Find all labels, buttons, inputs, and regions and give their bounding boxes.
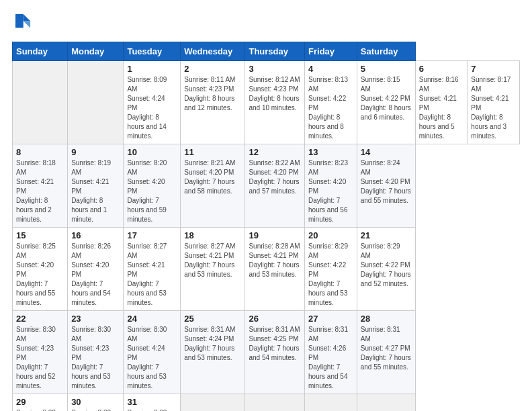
day-number: 15 bbox=[16, 230, 64, 240]
calendar-cell: 25 Sunrise: 8:31 AMSunset: 4:24 PMDaylig… bbox=[181, 311, 245, 394]
day-number: 25 bbox=[184, 314, 241, 324]
day-info: Sunrise: 8:32 AMSunset: 4:28 PMDaylight:… bbox=[16, 408, 64, 411]
day-info: Sunrise: 8:11 AMSunset: 4:23 PMDaylight:… bbox=[184, 75, 241, 113]
day-info: Sunrise: 8:24 AMSunset: 4:20 PMDaylight:… bbox=[361, 158, 412, 205]
calendar-cell: 3 Sunrise: 8:12 AMSunset: 4:23 PMDayligh… bbox=[245, 61, 305, 144]
weekday-header-monday: Monday bbox=[68, 42, 124, 61]
weekday-header-saturday: Saturday bbox=[357, 42, 415, 61]
day-info: Sunrise: 8:25 AMSunset: 4:20 PMDaylight:… bbox=[16, 242, 64, 308]
calendar-cell: 18 Sunrise: 8:27 AMSunset: 4:21 PMDaylig… bbox=[181, 228, 245, 311]
day-number: 6 bbox=[419, 64, 464, 74]
logo-icon bbox=[13, 12, 32, 31]
calendar-cell: 17 Sunrise: 8:27 AMSunset: 4:21 PMDaylig… bbox=[124, 228, 181, 311]
day-number: 24 bbox=[127, 314, 177, 324]
day-number: 10 bbox=[127, 147, 177, 157]
day-info: Sunrise: 8:28 AMSunset: 4:21 PMDaylight:… bbox=[249, 242, 301, 279]
week-row-4: 29 Sunrise: 8:32 AMSunset: 4:28 PMDaylig… bbox=[13, 394, 520, 412]
day-info: Sunrise: 8:29 AMSunset: 4:22 PMDaylight:… bbox=[308, 242, 353, 308]
day-number: 20 bbox=[308, 230, 353, 240]
day-number: 28 bbox=[361, 314, 412, 324]
calendar-cell bbox=[305, 394, 357, 412]
weekday-header-thursday: Thursday bbox=[245, 42, 305, 61]
week-row-3: 22 Sunrise: 8:30 AMSunset: 4:23 PMDaylig… bbox=[13, 311, 520, 394]
weekday-header-tuesday: Tuesday bbox=[124, 42, 181, 61]
day-info: Sunrise: 8:32 AMSunset: 4:29 PMDaylight:… bbox=[127, 408, 177, 411]
calendar-cell: 8 Sunrise: 8:18 AMSunset: 4:21 PMDayligh… bbox=[13, 144, 68, 228]
calendar-cell bbox=[13, 61, 68, 144]
day-number: 18 bbox=[184, 230, 241, 240]
calendar-cell: 14 Sunrise: 8:24 AMSunset: 4:20 PMDaylig… bbox=[357, 144, 415, 228]
day-info: Sunrise: 8:26 AMSunset: 4:20 PMDaylight:… bbox=[71, 242, 120, 308]
day-number: 21 bbox=[361, 230, 412, 240]
svg-marker-0 bbox=[24, 14, 30, 21]
calendar-cell: 29 Sunrise: 8:32 AMSunset: 4:28 PMDaylig… bbox=[13, 394, 68, 412]
calendar-cell: 27 Sunrise: 8:31 AMSunset: 4:26 PMDaylig… bbox=[305, 311, 357, 394]
weekday-header-row: SundayMondayTuesdayWednesdayThursdayFrid… bbox=[13, 42, 520, 61]
calendar-cell: 22 Sunrise: 8:30 AMSunset: 4:23 PMDaylig… bbox=[13, 311, 68, 394]
day-info: Sunrise: 8:27 AMSunset: 4:21 PMDaylight:… bbox=[127, 242, 177, 308]
weekday-header-sunday: Sunday bbox=[13, 42, 68, 61]
calendar-cell: 5 Sunrise: 8:15 AMSunset: 4:22 PMDayligh… bbox=[357, 61, 415, 144]
calendar-cell: 23 Sunrise: 8:30 AMSunset: 4:23 PMDaylig… bbox=[68, 311, 124, 394]
calendar-cell: 6 Sunrise: 8:16 AMSunset: 4:21 PMDayligh… bbox=[415, 61, 468, 144]
day-number: 26 bbox=[249, 314, 301, 324]
calendar-cell: 19 Sunrise: 8:28 AMSunset: 4:21 PMDaylig… bbox=[245, 228, 305, 311]
day-number: 1 bbox=[127, 64, 177, 74]
day-info: Sunrise: 8:30 AMSunset: 4:24 PMDaylight:… bbox=[127, 325, 177, 391]
day-number: 2 bbox=[184, 64, 241, 74]
header bbox=[12, 12, 520, 34]
day-info: Sunrise: 8:31 AMSunset: 4:24 PMDaylight:… bbox=[184, 325, 241, 363]
calendar-cell: 11 Sunrise: 8:21 AMSunset: 4:20 PMDaylig… bbox=[181, 144, 245, 228]
day-number: 5 bbox=[361, 64, 412, 74]
calendar-cell: 15 Sunrise: 8:25 AMSunset: 4:20 PMDaylig… bbox=[13, 228, 68, 311]
day-number: 9 bbox=[71, 147, 120, 157]
page: SundayMondayTuesdayWednesdayThursdayFrid… bbox=[0, 0, 532, 411]
calendar-cell: 30 Sunrise: 8:32 AMSunset: 4:29 PMDaylig… bbox=[68, 394, 124, 412]
day-info: Sunrise: 8:19 AMSunset: 4:21 PMDaylight:… bbox=[71, 158, 120, 224]
calendar-cell bbox=[245, 394, 305, 412]
week-row-0: 1 Sunrise: 8:09 AMSunset: 4:24 PMDayligh… bbox=[13, 61, 520, 144]
day-number: 22 bbox=[16, 314, 64, 324]
day-info: Sunrise: 8:31 AMSunset: 4:26 PMDaylight:… bbox=[308, 325, 353, 391]
day-info: Sunrise: 8:22 AMSunset: 4:20 PMDaylight:… bbox=[249, 158, 301, 196]
day-info: Sunrise: 8:31 AMSunset: 4:27 PMDaylight:… bbox=[361, 325, 412, 372]
calendar-table: SundayMondayTuesdayWednesdayThursdayFrid… bbox=[12, 42, 520, 411]
calendar-cell: 13 Sunrise: 8:23 AMSunset: 4:20 PMDaylig… bbox=[305, 144, 357, 228]
day-number: 23 bbox=[71, 314, 120, 324]
day-number: 19 bbox=[249, 230, 301, 240]
calendar-cell: 31 Sunrise: 8:32 AMSunset: 4:29 PMDaylig… bbox=[124, 394, 181, 412]
calendar-cell bbox=[68, 61, 124, 144]
week-row-1: 8 Sunrise: 8:18 AMSunset: 4:21 PMDayligh… bbox=[13, 144, 520, 228]
day-info: Sunrise: 8:30 AMSunset: 4:23 PMDaylight:… bbox=[71, 325, 120, 391]
day-info: Sunrise: 8:17 AMSunset: 4:21 PMDaylight:… bbox=[471, 75, 516, 141]
day-info: Sunrise: 8:16 AMSunset: 4:21 PMDaylight:… bbox=[419, 75, 464, 141]
weekday-header-friday: Friday bbox=[305, 42, 357, 61]
day-info: Sunrise: 8:32 AMSunset: 4:29 PMDaylight:… bbox=[71, 408, 120, 411]
day-number: 13 bbox=[308, 147, 353, 157]
day-info: Sunrise: 8:21 AMSunset: 4:20 PMDaylight:… bbox=[184, 158, 241, 196]
day-number: 3 bbox=[249, 64, 301, 74]
day-number: 11 bbox=[184, 147, 241, 157]
day-info: Sunrise: 8:15 AMSunset: 4:22 PMDaylight:… bbox=[361, 75, 412, 122]
day-number: 8 bbox=[16, 147, 64, 157]
day-info: Sunrise: 8:31 AMSunset: 4:25 PMDaylight:… bbox=[249, 325, 301, 363]
day-number: 4 bbox=[308, 64, 353, 74]
logo bbox=[12, 12, 32, 34]
calendar-cell: 28 Sunrise: 8:31 AMSunset: 4:27 PMDaylig… bbox=[357, 311, 415, 394]
day-info: Sunrise: 8:23 AMSunset: 4:20 PMDaylight:… bbox=[308, 158, 353, 224]
calendar-cell: 10 Sunrise: 8:20 AMSunset: 4:20 PMDaylig… bbox=[124, 144, 181, 228]
calendar-cell: 21 Sunrise: 8:29 AMSunset: 4:22 PMDaylig… bbox=[357, 228, 415, 311]
day-number: 30 bbox=[71, 397, 120, 407]
day-number: 29 bbox=[16, 397, 64, 407]
calendar-cell: 20 Sunrise: 8:29 AMSunset: 4:22 PMDaylig… bbox=[305, 228, 357, 311]
day-number: 14 bbox=[361, 147, 412, 157]
calendar-cell: 24 Sunrise: 8:30 AMSunset: 4:24 PMDaylig… bbox=[124, 311, 181, 394]
calendar-cell: 9 Sunrise: 8:19 AMSunset: 4:21 PMDayligh… bbox=[68, 144, 124, 228]
day-number: 17 bbox=[127, 230, 177, 240]
day-info: Sunrise: 8:27 AMSunset: 4:21 PMDaylight:… bbox=[184, 242, 241, 279]
svg-rect-2 bbox=[15, 14, 24, 28]
calendar-cell: 2 Sunrise: 8:11 AMSunset: 4:23 PMDayligh… bbox=[181, 61, 245, 144]
day-number: 31 bbox=[127, 397, 177, 407]
calendar-cell: 16 Sunrise: 8:26 AMSunset: 4:20 PMDaylig… bbox=[68, 228, 124, 311]
calendar-cell bbox=[181, 394, 245, 412]
